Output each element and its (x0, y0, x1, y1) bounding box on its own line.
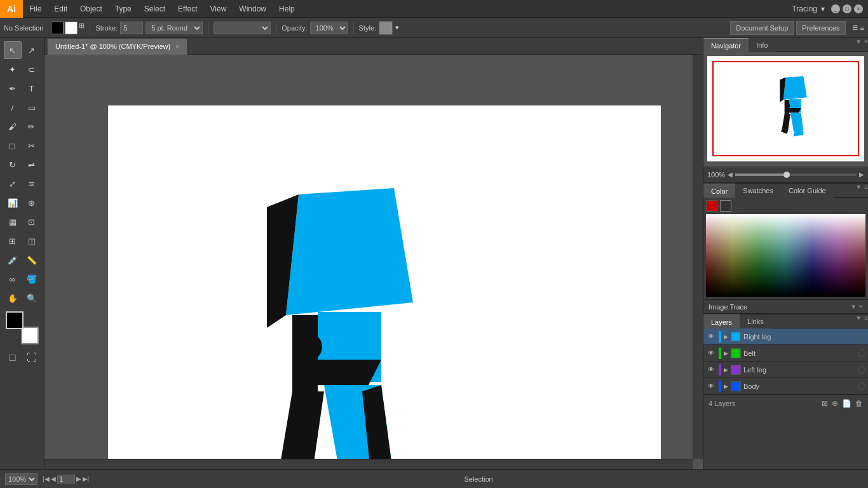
mirror-tool[interactable]: ⇌ (23, 156, 41, 173)
scroll-bottom[interactable] (44, 459, 693, 469)
layer-vis-body[interactable]: 👁 (706, 381, 716, 391)
layer-expand-belt[interactable]: ▶ (724, 350, 728, 356)
artboard-number-input[interactable] (57, 475, 75, 484)
stroke-options-icon[interactable]: ⊞ (79, 22, 85, 34)
pencil-tool[interactable]: ✏ (23, 118, 41, 135)
paintbrush-tool[interactable]: 🖌 (4, 118, 22, 135)
fill-swatch[interactable] (51, 22, 64, 34)
menu-file[interactable]: File (23, 0, 48, 18)
menu-type[interactable]: Type (109, 0, 138, 18)
color-guide-tab[interactable]: Color Guide (781, 184, 834, 198)
graph-tool[interactable]: 📊 (4, 194, 22, 212)
info-tab[interactable]: Info (749, 38, 775, 52)
slice-tool[interactable]: ⊡ (23, 213, 41, 231)
swatches-tab[interactable]: Swatches (735, 184, 781, 198)
links-tab[interactable]: Links (740, 315, 771, 329)
scale-tool[interactable]: ⤢ (4, 175, 22, 193)
layer-row-right-leg[interactable]: 👁 ▶ Right leg (703, 329, 868, 345)
menu-select[interactable]: Select (138, 0, 172, 18)
symbol-tool[interactable]: ⊛ (23, 194, 41, 212)
zoom-tool[interactable]: 🔍 (23, 289, 41, 307)
mesh-tool[interactable]: ⊞ (4, 232, 22, 250)
last-artboard-btn[interactable]: ▶| (83, 475, 90, 482)
eyedropper-tool[interactable]: 💉 (4, 251, 22, 269)
layers-tab[interactable]: Layers (703, 315, 740, 329)
navigator-panel-menu[interactable]: ≡ (864, 38, 868, 51)
prev-artboard-btn[interactable]: ◀ (51, 475, 56, 482)
close-button[interactable]: × (854, 4, 863, 13)
menu-edit[interactable]: Edit (48, 0, 74, 18)
doc-setup-button[interactable]: Document Setup (730, 21, 794, 35)
layers-panel-menu[interactable]: ≡ (864, 315, 868, 328)
style-swatch[interactable] (379, 21, 393, 35)
style-dropdown-icon[interactable]: ▾ (395, 24, 399, 32)
make-clipping-mask-icon[interactable]: ⊠ (822, 399, 828, 408)
create-new-sublayer-icon[interactable]: ⊕ (832, 399, 838, 408)
line-tool[interactable]: / (4, 98, 22, 116)
navigator-panel-arrow[interactable]: ▼ (855, 38, 862, 51)
live-paint-tool[interactable]: 🪣 (23, 270, 41, 288)
warp-tool[interactable]: ≋ (23, 175, 41, 193)
scroll-right[interactable] (693, 55, 703, 459)
layer-dot-body[interactable] (858, 383, 865, 390)
layer-row-belt[interactable]: 👁 ▶ Belt (703, 345, 868, 362)
image-trace-arrow[interactable]: ▼ (850, 303, 857, 310)
tab-close-button[interactable]: × (175, 43, 179, 50)
first-artboard-btn[interactable]: |◀ (43, 475, 50, 482)
hand-tool[interactable]: ✋ (4, 289, 22, 307)
blend-tool[interactable]: ∞ (4, 270, 22, 288)
minimize-button[interactable]: _ (831, 4, 840, 13)
normal-mode-btn[interactable]: □ (4, 349, 22, 367)
layer-dot-belt[interactable] (858, 349, 865, 357)
eraser-tool[interactable]: ◻ (4, 137, 22, 154)
rotate-tool[interactable]: ↻ (4, 156, 22, 173)
stroke-style-select[interactable]: 5 pt. Round (146, 22, 203, 34)
color-tab[interactable]: Color (703, 184, 735, 198)
stroke-swatch[interactable] (65, 22, 78, 34)
menu-view[interactable]: View (204, 0, 233, 18)
arrangement-icon[interactable]: ⊞ (852, 24, 858, 32)
stroke-size-input[interactable] (120, 22, 143, 34)
column-graph-tool[interactable]: ▦ (4, 213, 22, 231)
pen-tool[interactable]: ✒ (4, 79, 22, 97)
layers-panel-arrow[interactable]: ▼ (855, 315, 862, 328)
layer-row-body[interactable]: 👁 ▶ Body (703, 378, 868, 395)
background-color-box[interactable] (21, 327, 39, 344)
zoom-slider[interactable] (735, 173, 857, 176)
menu-help[interactable]: Help (273, 0, 301, 18)
preferences-button[interactable]: Preferences (796, 21, 845, 35)
canvas-scroll[interactable] (44, 55, 703, 469)
tracing-dropdown-icon[interactable]: ▾ (821, 4, 825, 13)
scissor-tool[interactable]: ✂ (23, 137, 41, 154)
zoom-out-icon[interactable]: ◀ (728, 171, 733, 178)
measure-tool[interactable]: 📏 (23, 251, 41, 269)
layer-dot-left-leg[interactable] (858, 366, 865, 374)
layer-vis-right-leg[interactable]: 👁 (706, 332, 716, 342)
rectangle-tool[interactable]: ▭ (23, 98, 41, 116)
image-trace-menu[interactable]: ≡ (859, 303, 863, 310)
zoom-in-icon[interactable]: ▶ (859, 171, 864, 178)
foreground-color-box[interactable] (6, 311, 24, 329)
magic-wand-tool[interactable]: ✦ (4, 60, 22, 78)
color-panel-menu[interactable]: ≡ (864, 184, 868, 197)
color-gradient[interactable] (706, 214, 865, 297)
navigator-tab[interactable]: Navigator (703, 38, 749, 52)
layer-expand-right-leg[interactable]: ▶ (724, 334, 728, 340)
direct-selection-tool[interactable]: ↗ (23, 41, 41, 59)
layer-dot-right-leg[interactable] (858, 333, 865, 341)
zoom-slider-thumb[interactable] (783, 172, 790, 178)
color-panel-arrow[interactable]: ▼ (855, 184, 862, 197)
type-tool[interactable]: T (23, 79, 41, 97)
menu-object[interactable]: Object (74, 0, 109, 18)
canvas-tab[interactable]: Untitled-1* @ 100% (CMYK/Preview) × (47, 38, 187, 55)
opacity-select[interactable]: 100% (310, 22, 348, 34)
menu-window[interactable]: Window (233, 0, 273, 18)
layer-expand-left-leg[interactable]: ▶ (724, 367, 728, 373)
layer-row-left-leg[interactable]: 👁 ▶ Left leg (703, 362, 868, 378)
maximize-button[interactable]: □ (843, 4, 851, 13)
delete-layer-icon[interactable]: 🗑 (855, 399, 863, 408)
toolbar-options-icon[interactable]: ≡ (860, 24, 864, 32)
create-new-layer-icon[interactable]: 📄 (842, 399, 851, 408)
layer-expand-body[interactable]: ▶ (724, 383, 728, 390)
selection-tool[interactable]: ↖ (4, 41, 22, 59)
